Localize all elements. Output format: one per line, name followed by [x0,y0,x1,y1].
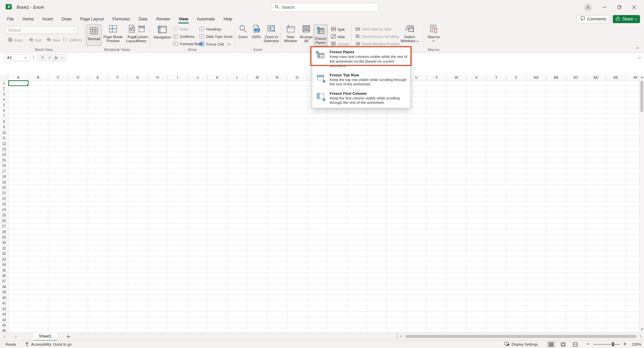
column-header[interactable]: D [68,74,88,80]
column-header[interactable]: G [128,74,148,80]
column-header[interactable]: Z [506,74,526,80]
synchronous-scrolling-button[interactable]: Synchronous Scrolling [355,34,398,39]
split-button[interactable]: Split [331,27,344,32]
selected-cell-a1[interactable] [8,80,29,86]
row-header[interactable]: 11 [0,135,8,141]
collapse-ribbon-icon[interactable] [636,47,639,50]
sheet-tab-sheet1[interactable]: Sheet1 [34,333,57,341]
ribbon-tab[interactable]: Help [219,14,236,23]
column-header[interactable]: M [248,74,267,80]
hscroll-left-icon[interactable] [400,335,403,338]
reset-window-position-button[interactable]: Reset Window Position [355,42,400,46]
column-header[interactable]: I [168,74,187,80]
row-header[interactable]: 46 [0,328,8,332]
new-sheet-view-button[interactable]: New [46,38,60,43]
row-header[interactable]: 21 [0,191,8,196]
row-header[interactable]: 40 [0,295,8,300]
ribbon-tab[interactable]: Formulas [108,14,134,23]
row-header[interactable]: 44 [0,317,8,323]
column-header[interactable]: W [447,74,467,80]
vertical-scroll-thumb[interactable] [640,81,643,112]
page-break-view-toggle[interactable] [571,341,580,348]
display-settings-button[interactable]: Display Settings [504,342,538,347]
column-header[interactable]: AB [546,74,566,80]
page-break-preview-button[interactable]: Page Break Preview [103,24,123,43]
row-header[interactable]: 28 [0,229,8,234]
row-header[interactable]: 7 [0,114,8,119]
row-header[interactable]: 29 [0,234,8,240]
accessibility-status[interactable]: Accessibility: Good to go [25,342,71,347]
column-header[interactable]: J [188,74,208,80]
enter-check-icon[interactable] [48,55,51,60]
ruler-checkbox[interactable]: Ruler [173,27,189,31]
column-header[interactable]: A [8,74,28,80]
minimize-button[interactable] [597,0,612,14]
share-button[interactable]: Share [613,15,640,23]
row-header[interactable]: 6 [0,108,8,113]
column-header[interactable]: AF [626,74,639,80]
column-header[interactable]: Y [486,74,506,80]
zoom-button[interactable]: Zoom [236,24,249,39]
ribbon-tab[interactable]: Home [18,14,38,23]
new-window-button[interactable]: New Window [283,24,298,43]
row-header[interactable]: 2 [0,86,8,91]
exit-sheet-view-button[interactable]: Exit [29,38,41,43]
navigation-button[interactable]: Navigation [152,25,173,39]
row-header[interactable]: 9 [0,125,8,130]
ribbon-tab[interactable]: Page Layout [76,14,108,23]
zoom-to-selection-button[interactable]: Zoom to Selection [263,24,279,43]
hscroll-right-icon[interactable] [639,335,642,338]
formula-bar-drag-dots-icon[interactable] [33,55,34,61]
row-header[interactable]: 32 [0,251,8,257]
row-header[interactable]: 17 [0,168,8,174]
column-header[interactable]: O [287,74,307,80]
row-header[interactable]: 39 [0,290,8,295]
zoom-out-button[interactable] [586,342,590,346]
zoom-slider[interactable] [593,344,620,345]
cells-area[interactable] [8,80,639,332]
row-header[interactable]: 10 [0,130,8,135]
menu-item-freeze-top-row[interactable]: Freeze Top Row Keep the top row visible … [312,71,410,89]
expand-formula-bar-icon[interactable] [638,56,641,58]
scroll-down-icon[interactable] [641,329,643,330]
headings-checkbox[interactable]: Headings [200,27,221,31]
keep-sheet-view-button[interactable]: Keep [8,38,23,43]
normal-view-button[interactable]: Normal [86,24,102,46]
column-header[interactable]: E [88,74,108,80]
page-layout-view-toggle[interactable] [559,341,568,348]
column-header[interactable]: AD [586,74,606,80]
row-header[interactable]: 37 [0,279,8,284]
row-header[interactable]: 41 [0,301,8,306]
sheet-view-options-button[interactable]: Options [63,38,82,42]
formula-bar-checkbox[interactable]: Formula Bar [173,42,200,46]
data-type-icons-checkbox[interactable]: Data Type Icons [200,34,232,39]
add-sheet-button[interactable] [66,335,70,339]
excel-app-icon[interactable] [5,3,12,11]
row-header[interactable]: 26 [0,218,8,223]
name-box[interactable]: A1 [4,54,30,61]
cancel-icon[interactable] [41,55,44,60]
select-all-corner[interactable] [0,74,8,80]
column-header[interactable]: K [208,74,227,80]
row-header[interactable]: 36 [0,273,8,278]
row-header[interactable]: 19 [0,180,8,185]
column-header[interactable]: AC [566,74,586,80]
column-header[interactable]: X [467,74,486,80]
zoom-level[interactable]: 100% [630,342,641,346]
switch-windows-button[interactable]: Switch Windows [399,24,420,43]
row-header[interactable]: 35 [0,268,8,273]
ribbon-tab[interactable]: Insert [38,14,57,23]
close-icon[interactable] [627,0,641,14]
gridlines-checkbox[interactable]: Gridlines [173,34,194,39]
row-header[interactable]: 16 [0,163,8,168]
row-header[interactable]: 18 [0,174,8,179]
column-header[interactable]: C [48,74,68,80]
view-side-by-side-button[interactable]: View Side by Side [355,27,391,31]
ribbon-tab[interactable]: File [3,14,18,23]
row-header[interactable]: 34 [0,262,8,267]
vertical-scrollbar[interactable] [639,74,644,332]
row-header[interactable]: 22 [0,196,8,201]
column-header[interactable]: N [267,74,287,80]
column-header[interactable]: AE [606,74,626,80]
row-header[interactable]: 4 [0,97,8,102]
